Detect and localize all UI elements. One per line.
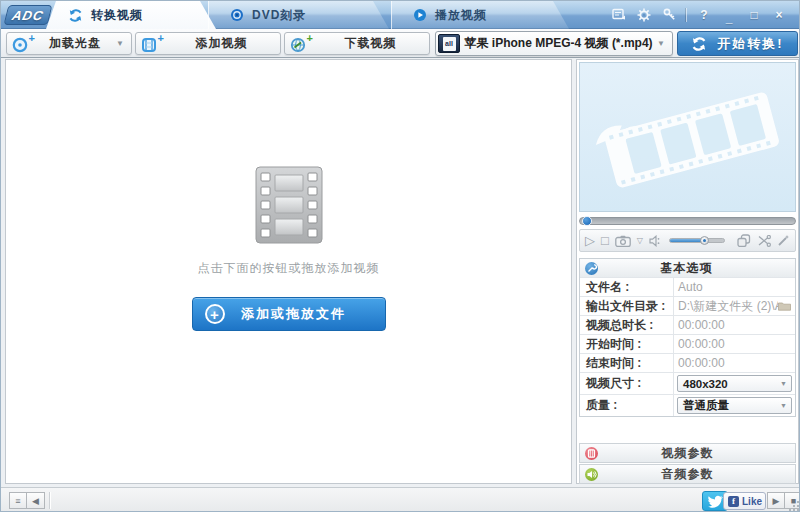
key-icon[interactable] <box>661 7 677 23</box>
statusbar-divider <box>49 492 50 509</box>
help-button[interactable]: ? <box>696 7 712 23</box>
quality-select[interactable]: 普通质量 ▼ <box>677 397 792 414</box>
toolbar: + 加载光盘 ▼ + 添加视频 <box>1 29 800 58</box>
preview-screen <box>579 62 796 212</box>
film-watermark <box>580 63 796 212</box>
option-row-start-time: 开始时间 : 00:00:00 <box>580 334 795 353</box>
facebook-like-button[interactable]: f Like <box>723 492 766 510</box>
feedback-icon[interactable] <box>611 7 627 23</box>
add-video-label: 添加视频 <box>163 35 280 52</box>
player-controls: ▷ □ ▽ <box>579 229 796 252</box>
convert-icon <box>68 8 83 23</box>
volume-slider[interactable] <box>669 238 725 243</box>
settings-gear-icon[interactable] <box>636 7 652 23</box>
view-toggle-group: ≡ ◀ <box>9 492 45 509</box>
output-format-value: 苹果 iPhone MPEG-4 视频 (*.mp4) <box>460 35 657 52</box>
option-row-video-size: 视频尺寸 : 480x320 ▼ <box>580 372 795 394</box>
titlebar-buttons: ? _ □ × <box>611 1 787 28</box>
volume-knob[interactable] <box>700 236 709 245</box>
collapse-panel-button[interactable]: ◀ <box>27 492 45 509</box>
effects-wand-icon[interactable] <box>777 234 790 247</box>
output-format-select[interactable]: all 苹果 iPhone MPEG-4 视频 (*.mp4) ▼ <box>435 31 673 56</box>
drop-hint-text: 点击下面的按钮或拖放添加视频 <box>198 260 380 277</box>
merge-clips-icon[interactable] <box>737 234 751 247</box>
add-video-icon: + <box>141 35 163 53</box>
wrench-icon <box>585 262 598 275</box>
expand-panel-button[interactable]: ▶ <box>767 492 785 509</box>
format-caret-icon: ▼ <box>657 39 665 48</box>
load-disc-button[interactable]: + 加载光盘 ▼ <box>6 32 132 55</box>
basic-options-header[interactable]: 基本选项 <box>580 259 795 277</box>
tab-play-video[interactable]: 播放视频 <box>391 1 569 29</box>
option-row-quality: 质量 : 普通质量 ▼ <box>580 394 795 416</box>
option-row-end-time: 结束时间 : 00:00:00 <box>580 353 795 372</box>
plus-icon: + <box>205 304 225 324</box>
statusbar: ≡ ◀ f Like ▶ ■ <box>1 487 800 512</box>
video-params-icon <box>585 447 598 460</box>
maximize-button[interactable]: □ <box>746 7 762 23</box>
tab-convert-video[interactable]: 转换视频 <box>46 1 216 29</box>
video-size-select[interactable]: 480x320 ▼ <box>677 375 792 392</box>
start-time-value[interactable]: 00:00:00 <box>673 335 795 353</box>
app-window: ADC 转换视频 DVD刻录 <box>0 0 800 512</box>
facebook-f-icon: f <box>728 496 739 507</box>
start-convert-label: 开始转换! <box>717 35 783 53</box>
titlebar-separator <box>686 8 687 22</box>
download-video-button[interactable]: + 下载视频 <box>284 32 430 55</box>
seek-slider[interactable] <box>579 217 796 225</box>
end-time-value[interactable]: 00:00:00 <box>673 354 795 372</box>
quality-caret-icon: ▼ <box>780 402 787 409</box>
seek-thumb[interactable] <box>582 216 592 226</box>
download-video-icon: + <box>290 35 312 53</box>
close-button[interactable]: × <box>771 7 787 23</box>
load-disc-caret-icon[interactable]: ▼ <box>116 39 124 48</box>
trim-scissors-icon[interactable] <box>757 235 771 247</box>
snapshot-dropdown-icon[interactable]: ▽ <box>637 237 643 245</box>
download-video-label: 下载视频 <box>312 35 429 52</box>
add-or-drop-files-label: 添加或拖放文件 <box>225 305 363 323</box>
app-logo: ADC <box>4 5 53 25</box>
facebook-like-label: Like <box>742 496 762 507</box>
play-circle-icon <box>413 8 427 22</box>
filename-value[interactable]: Auto <box>673 278 795 296</box>
right-panel: ▷ □ ▽ <box>576 59 799 484</box>
filmstrip-icon <box>255 166 323 244</box>
tab-dvd-label: DVD刻录 <box>252 7 306 24</box>
minimize-button[interactable]: _ <box>721 10 737 26</box>
tab-dvd-burn[interactable]: DVD刻录 <box>208 1 389 29</box>
start-convert-icon <box>691 36 707 52</box>
resize-grip[interactable] <box>789 501 799 511</box>
audio-params-section[interactable]: 音频参数 <box>579 464 796 484</box>
play-button[interactable]: ▷ <box>585 234 595 247</box>
titlebar: ADC 转换视频 DVD刻录 <box>1 1 800 29</box>
browse-folder-icon[interactable] <box>778 301 791 311</box>
tab-convert-label: 转换视频 <box>91 7 143 24</box>
load-disc-label: 加载光盘 <box>34 35 116 52</box>
volume-speaker-icon[interactable] <box>649 235 663 247</box>
list-view-button[interactable]: ≡ <box>9 492 27 509</box>
output-dir-value[interactable]: D:\新建文件夹 (2)\ADC... <box>673 297 795 315</box>
video-params-section[interactable]: 视频参数 <box>579 443 796 463</box>
audio-params-icon <box>585 468 598 481</box>
format-all-icon: all <box>438 34 460 53</box>
tab-play-label: 播放视频 <box>435 7 487 24</box>
video-size-caret-icon: ▼ <box>780 380 787 387</box>
option-row-output-dir: 输出文件目录 : D:\新建文件夹 (2)\ADC... <box>580 296 795 315</box>
basic-options-panel: 基本选项 文件名 : Auto 输出文件目录 : D:\新建文件夹 (2)\AD… <box>579 258 796 417</box>
add-video-button[interactable]: + 添加视频 <box>135 32 281 55</box>
snapshot-camera-icon[interactable] <box>615 235 631 247</box>
option-row-duration: 视频总时长 : 00:00:00 <box>580 315 795 334</box>
disc-icon <box>230 8 244 22</box>
start-convert-button[interactable]: 开始转换! <box>677 31 798 56</box>
video-list-drop-area[interactable]: 点击下面的按钮或拖放添加视频 + 添加或拖放文件 <box>5 59 572 484</box>
load-disc-icon: + <box>12 35 34 53</box>
duration-value: 00:00:00 <box>673 316 795 334</box>
stop-button[interactable]: □ <box>601 234 609 247</box>
option-row-filename: 文件名 : Auto <box>580 277 795 296</box>
add-or-drop-files-button[interactable]: + 添加或拖放文件 <box>192 297 386 331</box>
twitter-bird-icon <box>708 495 723 508</box>
